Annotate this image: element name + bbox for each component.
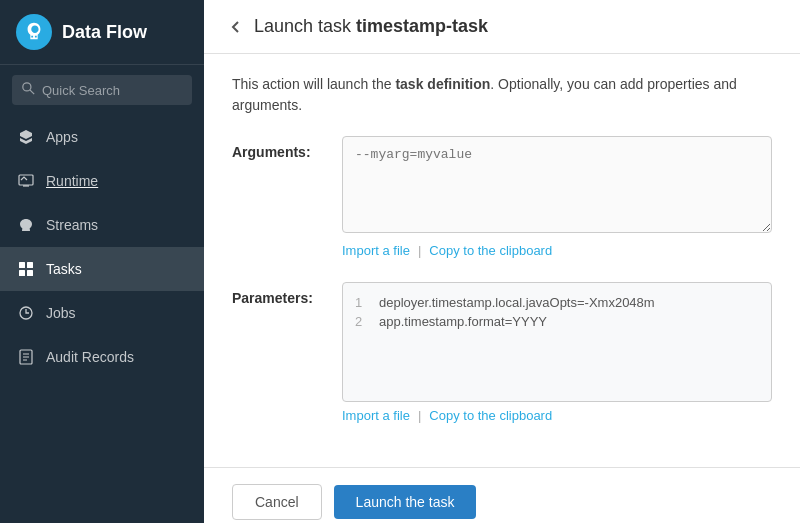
- svg-rect-5: [27, 262, 33, 268]
- parameters-separator: |: [418, 408, 421, 423]
- search-label: Quick Search: [42, 83, 120, 98]
- svg-rect-7: [27, 270, 33, 276]
- arguments-actions: Import a file | Copy to the clipboard: [342, 243, 772, 258]
- sidebar-item-runtime[interactable]: Runtime: [0, 159, 204, 203]
- parameters-import-link[interactable]: Import a file: [342, 408, 410, 423]
- apps-icon: [16, 127, 36, 147]
- svg-line-1: [30, 90, 34, 94]
- description-text: This action will launch the task definit…: [232, 74, 772, 116]
- jobs-icon: [16, 303, 36, 323]
- streams-icon: [16, 215, 36, 235]
- parameters-textarea-wrap[interactable]: 1 deployer.timestamp.local.javaOpts=-Xmx…: [342, 282, 772, 402]
- arguments-copy-link[interactable]: Copy to the clipboard: [429, 243, 552, 258]
- runtime-icon: [16, 171, 36, 191]
- logo-icon: [16, 14, 52, 50]
- sidebar-nav: Apps Runtime Streams: [0, 115, 204, 379]
- cancel-button[interactable]: Cancel: [232, 484, 322, 520]
- svg-rect-4: [19, 262, 25, 268]
- sidebar-item-tasks[interactable]: Tasks: [0, 247, 204, 291]
- parameters-field: 1 deployer.timestamp.local.javaOpts=-Xmx…: [342, 282, 772, 439]
- audit-records-icon: [16, 347, 36, 367]
- parameters-actions: Import a file | Copy to the clipboard: [342, 408, 772, 423]
- audit-records-label: Audit Records: [46, 349, 134, 365]
- tasks-icon: [16, 259, 36, 279]
- streams-label: Streams: [46, 217, 98, 233]
- code-line-1: 1 deployer.timestamp.local.javaOpts=-Xmx…: [343, 293, 771, 312]
- launch-button[interactable]: Launch the task: [334, 485, 477, 519]
- svg-rect-6: [19, 270, 25, 276]
- arguments-textarea[interactable]: [342, 136, 772, 233]
- main-content: Launch task timestamp-task This action w…: [204, 0, 800, 523]
- quick-search-box[interactable]: Quick Search: [12, 75, 192, 105]
- page-header: Launch task timestamp-task: [204, 0, 800, 54]
- svg-point-0: [23, 83, 31, 91]
- sidebar: Data Flow Quick Search Apps: [0, 0, 204, 523]
- arguments-label: Arguments:: [232, 136, 342, 160]
- jobs-label: Jobs: [46, 305, 76, 321]
- tasks-label: Tasks: [46, 261, 82, 277]
- sidebar-item-audit-records[interactable]: Audit Records: [0, 335, 204, 379]
- back-button[interactable]: [228, 19, 244, 35]
- app-title: Data Flow: [62, 22, 147, 43]
- sidebar-item-jobs[interactable]: Jobs: [0, 291, 204, 335]
- apps-label: Apps: [46, 129, 78, 145]
- parameters-label: Parameters:: [232, 282, 342, 306]
- arguments-row: Arguments: Import a file | Copy to the c…: [232, 136, 772, 274]
- parameters-row: Parameters: 1 deployer.timestamp.local.j…: [232, 282, 772, 439]
- logo-area: Data Flow: [0, 0, 204, 65]
- arguments-import-link[interactable]: Import a file: [342, 243, 410, 258]
- sidebar-item-apps[interactable]: Apps: [0, 115, 204, 159]
- runtime-label: Runtime: [46, 173, 98, 189]
- code-line-2: 2 app.timestamp.format=YYYY: [343, 312, 771, 331]
- footer-actions: Cancel Launch the task: [204, 467, 800, 523]
- page-title: Launch task timestamp-task: [254, 16, 488, 37]
- content-area: This action will launch the task definit…: [204, 54, 800, 467]
- arguments-field: Import a file | Copy to the clipboard: [342, 136, 772, 274]
- search-icon: [22, 82, 35, 98]
- parameters-copy-link[interactable]: Copy to the clipboard: [429, 408, 552, 423]
- sidebar-item-streams[interactable]: Streams: [0, 203, 204, 247]
- arguments-separator: |: [418, 243, 421, 258]
